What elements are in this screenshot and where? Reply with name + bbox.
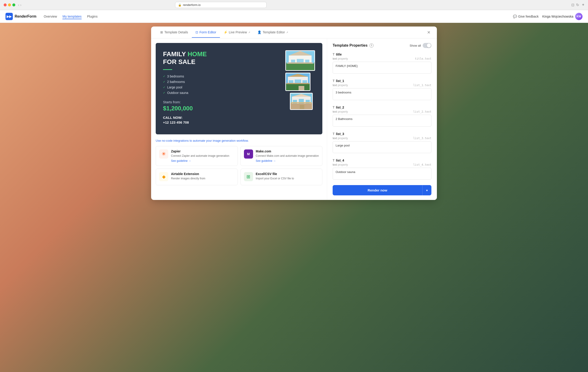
lock-icon: 🔒 — [178, 3, 181, 7]
template-editor-icon: 👤 — [257, 31, 261, 34]
prop-title-type-icon: T — [333, 52, 335, 56]
prop-list4-meta: text property list_4.text — [333, 163, 431, 166]
house-image-3 — [290, 93, 313, 110]
prop-list3-label-row: T list_3 — [333, 132, 431, 136]
nav-arrows: ‹ › — [18, 3, 21, 7]
tab-form-editor-label: Form Editor — [200, 31, 216, 34]
prop-list4-label-row: T list_4 — [333, 159, 431, 162]
nav-overview[interactable]: Overview — [44, 14, 57, 19]
prop-list3-type-text: text — [333, 137, 337, 140]
airtable-name: Airtable Extension — [171, 172, 234, 176]
left-panel: FAMILY HOME FOR SALE ✓ 3 bedrooms ✓ 2 ba… — [151, 38, 327, 200]
preview-title: FAMILY HOME FOR SALE — [163, 50, 264, 66]
zapier-desc: Connect Zapier and automate image genera… — [171, 154, 234, 158]
zapier-guideline[interactable]: See guideline → — [171, 159, 234, 163]
check-icon-1: ✓ — [163, 75, 165, 78]
tab-template-editor[interactable]: 👤 Template Editor ↗ — [254, 27, 292, 38]
make-guideline[interactable]: See guideline → — [256, 159, 319, 163]
list-item-3-text: Large pool — [167, 85, 182, 89]
check-icon-3: ✓ — [163, 86, 165, 89]
svg-rect-24 — [291, 102, 312, 103]
app-nav-right: 💬 Give feedback Kinga Wojciechowska KW — [513, 13, 583, 20]
title-line2: FOR SALE — [163, 58, 195, 65]
tab-template-details[interactable]: ⊞ Template Details — [157, 27, 192, 38]
show-all-toggle[interactable]: Show all — [410, 43, 431, 48]
tab-live-preview[interactable]: ⚡ Live Preview ↗ — [220, 27, 254, 38]
give-feedback-button[interactable]: 💬 Give feedback — [513, 15, 539, 18]
user-info: Kinga Wojciechowska KW — [542, 13, 583, 20]
app-nav: ▶▶ RenderForm Overview My templates Plug… — [0, 10, 588, 23]
prop-list3-key: list_3.text — [413, 137, 431, 140]
make-desc: Connect Make.com and automate image gene… — [256, 154, 319, 158]
call-label: CALL NOW: — [163, 116, 264, 120]
integration-make: M Make.com Connect Make.com and automate… — [241, 146, 323, 166]
chevron-down-icon: ▾ — [426, 188, 428, 192]
excel-name: Excel/CSV file — [256, 172, 319, 176]
render-dropdown-button[interactable]: ▾ — [422, 185, 431, 195]
nav-plugins[interactable]: Plugins — [87, 14, 98, 19]
prop-title-type: text property — [333, 57, 348, 60]
integration-section: Use no-code integrations to automate you… — [156, 134, 322, 190]
close-button[interactable]: ✕ — [426, 29, 431, 36]
prop-list1-type: text property — [333, 84, 348, 87]
title-line1: FAMILY HOME — [163, 51, 207, 58]
prop-title-type-word: property — [338, 57, 348, 60]
new-tab-button[interactable]: + — [582, 2, 584, 7]
prop-list2-input[interactable] — [333, 115, 431, 127]
price-value: $1,200,000 — [163, 105, 264, 112]
prop-list1-input[interactable] — [333, 88, 431, 100]
airtable-logo: ◆ — [159, 172, 168, 181]
nav-my-templates[interactable]: My templates — [63, 14, 81, 19]
prop-list1-meta: text property list_1.text — [333, 84, 431, 87]
prop-list2-type: text property — [333, 110, 348, 113]
make-name: Make.com — [256, 149, 319, 153]
make-logo: M — [244, 149, 253, 159]
prop-list3-input[interactable] — [333, 141, 431, 153]
list-item-1: ✓ 3 bedrooms — [163, 74, 264, 78]
prop-list2-label-row: T list_2 — [333, 105, 431, 109]
user-name: Kinga Wojciechowska — [542, 15, 573, 18]
forward-button[interactable]: › — [20, 3, 21, 7]
app-nav-links: Overview My templates Plugins — [44, 14, 98, 19]
render-now-button[interactable]: Render now — [333, 185, 422, 195]
prop-list4-input[interactable] — [333, 168, 431, 180]
content-area: FAMILY HOME FOR SALE ✓ 3 bedrooms ✓ 2 ba… — [151, 38, 437, 200]
minimize-dot[interactable] — [8, 3, 11, 6]
browser-dots — [4, 3, 15, 6]
list-item-1-text: 3 bedrooms — [167, 74, 184, 78]
prop-title-key: title.text — [415, 57, 431, 60]
svg-rect-9 — [286, 84, 310, 90]
logo-icon: ▶▶ — [5, 13, 13, 20]
browser-controls: ⊡ ↻ — [571, 3, 579, 7]
help-icon[interactable]: ? — [369, 43, 374, 48]
tab-form-editor[interactable]: ⊡ Form Editor — [192, 27, 220, 38]
tab-template-details-label: Template Details — [164, 31, 188, 34]
show-all-label: Show all — [410, 44, 421, 47]
preview-divider — [163, 69, 172, 70]
preview-list: ✓ 3 bedrooms ✓ 2 bathrooms ✓ Large pool — [163, 74, 264, 95]
back-button[interactable]: ‹ — [18, 3, 19, 7]
toggle-switch[interactable] — [423, 43, 431, 48]
preview-text: FAMILY HOME FOR SALE ✓ 3 bedrooms ✓ 2 ba… — [163, 50, 264, 127]
close-dot[interactable] — [4, 3, 7, 6]
main-container: ⊞ Template Details ⊡ Form Editor ⚡ Live … — [151, 27, 437, 200]
property-group-title: T title text property title.text — [333, 52, 431, 74]
prop-list2-type-icon: T — [333, 105, 335, 109]
refresh-icon[interactable]: ↻ — [576, 3, 579, 7]
prop-title-name: title — [336, 52, 342, 56]
fullscreen-dot[interactable] — [12, 3, 15, 6]
render-btn-row: Render now ▾ — [333, 185, 431, 195]
question-mark: ? — [371, 44, 372, 47]
preview-card: FAMILY HOME FOR SALE ✓ 3 bedrooms ✓ 2 ba… — [156, 43, 322, 134]
price-label: Starts from: — [163, 100, 264, 104]
excel-icon: ⊞ — [246, 174, 250, 179]
browser-chrome: ‹ › 🔒 renderform.io ⊡ ↻ + — [0, 0, 588, 10]
property-group-list3: T list_3 text property list_3.text — [333, 132, 431, 154]
avatar: KW — [575, 13, 583, 20]
toggle-knob — [427, 43, 431, 48]
prop-title-input[interactable] — [333, 62, 431, 73]
zapier-info: Zapier Connect Zapier and automate image… — [171, 149, 234, 163]
address-bar[interactable]: 🔒 renderform.io — [175, 2, 267, 8]
integration-excel: ⊞ Excel/CSV file Import your Excel or CS… — [241, 169, 323, 185]
right-panel: Template Properties ? Show all T title — [327, 38, 437, 200]
